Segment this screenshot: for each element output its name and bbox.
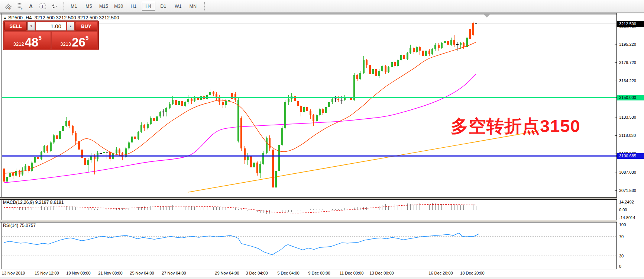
macd-scale-label: 14.2492 <box>619 200 634 204</box>
one-click-trading-panel: SELL ▼ ▲ BUY 3212 48 5 3213 26 5 <box>3 20 99 50</box>
ohlc-values: 3212.500 3212.500 3212.500 3212.500 <box>35 15 119 20</box>
macd-indicator-label: MACD(12,26,9) 9.2197 8.6181 <box>3 200 64 205</box>
svg-text:T: T <box>41 4 44 9</box>
date-label: 11 Dec 00:00 <box>340 271 364 275</box>
volume-decrease-button[interactable]: ▼ <box>27 22 35 31</box>
date-label: 9 Dec 00:00 <box>308 271 330 275</box>
toolbar-separator <box>204 2 205 10</box>
rsi-scale-label: 70 <box>619 234 624 239</box>
date-label: 16 Dec 20:00 <box>428 271 453 275</box>
svg-text:F: F <box>21 8 22 10</box>
macd-scale-label: -14.8014 <box>619 215 635 220</box>
timeframe-button-m30[interactable]: M30 <box>112 2 125 11</box>
toolbar: EFAT M1M5M15M30H1H4D1W1MN <box>0 0 644 13</box>
text-label-icon[interactable]: T <box>38 1 48 11</box>
date-label: 3 Dec 04:00 <box>246 271 268 275</box>
date-label: 13 Nov 2019 <box>2 271 25 275</box>
date-label: 13 Dec 00:00 <box>369 271 394 275</box>
price-axis-label: 3071.530 <box>619 188 636 193</box>
chart-canvas[interactable] <box>0 13 617 277</box>
trading-terminal: { "toolbar": { "tools": [ {"name":"equid… <box>0 0 644 279</box>
timeframe-button-h4[interactable]: H4 <box>142 2 155 11</box>
collapse-triangle-icon[interactable]: ▲ <box>3 16 7 20</box>
bid-pip-fraction: 5 <box>38 32 41 44</box>
date-label: 15 Nov 12:00 <box>35 271 59 275</box>
price-axis-label: 3118.030 <box>619 133 636 138</box>
rsi-scale-label: 30 <box>619 254 624 258</box>
date-label: 5 Dec 04:00 <box>277 271 299 275</box>
current-price-marker: 3212.500 <box>617 21 644 27</box>
chart-annotation-text: 多空转折点3150 <box>451 115 580 138</box>
bid-price-box[interactable]: 3212 48 5 <box>4 32 51 49</box>
price-scale: 3210.7203195.2203179.7203164.2203133.530… <box>617 13 644 277</box>
svg-text:A: A <box>29 3 33 9</box>
date-label: 21 Nov 08:00 <box>98 271 122 275</box>
ask-points: 26 <box>72 38 85 47</box>
volume-increase-button[interactable]: ▲ <box>67 22 74 31</box>
price-axis-label: 3195.220 <box>619 42 636 46</box>
chart-window: ▲SP500-,H4 3212.500 3212.500 3212.500 32… <box>0 13 644 277</box>
timeframe-button-m15[interactable]: M15 <box>97 2 110 11</box>
timeframe-button-mn[interactable]: MN <box>187 2 200 11</box>
timeframe-button-h1[interactable]: H1 <box>127 2 140 11</box>
timeframe-button-m1[interactable]: M1 <box>67 2 81 11</box>
rsi-scale-label: 100 <box>619 222 626 227</box>
equidistant-channel-icon[interactable]: E <box>3 1 13 11</box>
price-axis-label: 3133.530 <box>619 115 636 119</box>
buy-button[interactable]: BUY <box>75 22 97 31</box>
ask-price-box[interactable]: 3213 26 5 <box>52 32 98 49</box>
rsi-scale-label: 0 <box>619 264 621 269</box>
chart-title: ▲SP500-,H4 3212.500 3212.500 3212.500 32… <box>3 15 119 20</box>
timeframe-button-m5[interactable]: M5 <box>82 2 96 11</box>
bid-big-figure: 3212 <box>13 41 24 47</box>
timeframe-button-w1[interactable]: W1 <box>172 2 185 11</box>
volume-input[interactable] <box>36 22 66 31</box>
time-axis: 13 Nov 201915 Nov 12:0019 Nov 08:0021 No… <box>0 269 617 277</box>
text-icon[interactable]: A <box>26 1 36 11</box>
resistance-level-marker: 3150.000 <box>617 95 644 100</box>
price-axis-label: 3164.220 <box>619 78 636 83</box>
date-label: 29 Nov 04:00 <box>215 271 239 275</box>
svg-text:E: E <box>9 8 11 10</box>
ask-pip-fraction: 5 <box>85 32 88 44</box>
timeframe-group: M1M5M15M30H1H4D1W1MN <box>67 2 201 11</box>
date-label: 25 Nov 04:00 <box>130 271 154 275</box>
timeframe-button-d1[interactable]: D1 <box>157 2 170 11</box>
date-label: 27 Nov 04:00 <box>162 271 186 275</box>
symbol-label: SP500-,H4 <box>8 15 32 20</box>
arrows-icon[interactable] <box>49 1 59 11</box>
drawing-tools-group: EFAT <box>3 1 61 11</box>
price-axis-label: 3179.720 <box>619 60 636 65</box>
fibonacci-icon[interactable]: F <box>14 1 25 11</box>
price-axis-label: 3087.030 <box>619 170 636 174</box>
sell-button[interactable]: SELL <box>4 22 27 31</box>
toolbar-separator <box>64 2 64 10</box>
date-label: 18 Dec 20:00 <box>460 271 484 275</box>
ask-big-figure: 3213 <box>60 41 71 47</box>
support-level-marker: 3100.685 <box>617 153 644 159</box>
macd-scale-label: 0.00 <box>619 208 627 212</box>
macd-histogram <box>4 203 476 214</box>
rsi-indicator-label: RSI(14) 75.0757 <box>3 223 36 228</box>
date-label: 19 Nov 08:00 <box>66 271 90 275</box>
bid-points: 48 <box>25 38 39 47</box>
